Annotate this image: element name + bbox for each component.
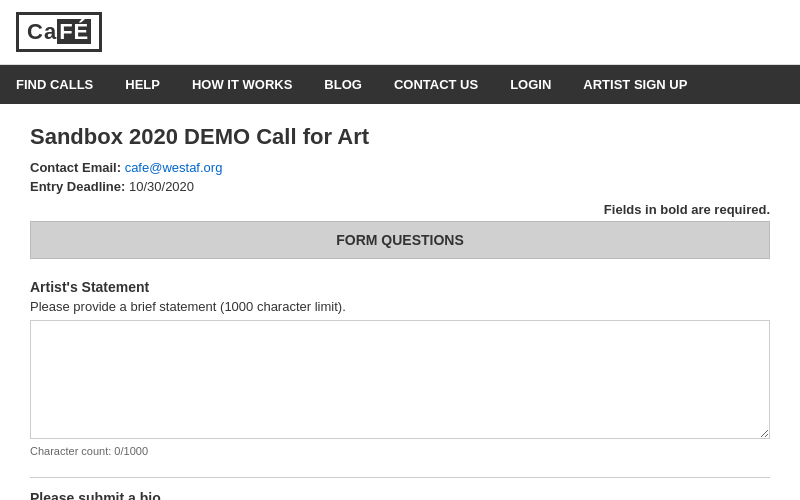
nav-blog[interactable]: BLOG	[308, 65, 378, 104]
nav-how-it-works[interactable]: HOW IT WORKS	[176, 65, 308, 104]
deadline-line: Entry Deadline: 10/30/2020	[30, 179, 770, 194]
char-count: Character count: 0/1000	[30, 445, 770, 457]
bio-section: Please submit a bio.	[30, 477, 770, 500]
nav-login[interactable]: LOGIN	[494, 65, 567, 104]
artist-statement-textarea[interactable]	[30, 320, 770, 439]
nav-help[interactable]: HELP	[109, 65, 176, 104]
main-nav: FIND CALLS HELP HOW IT WORKS BLOG CONTAC…	[0, 65, 800, 104]
nav-artist-sign-up[interactable]: ARTIST SIGN UP	[567, 65, 703, 104]
artist-statement-section: Artist's Statement Please provide a brie…	[30, 279, 770, 457]
nav-contact-us[interactable]: CONTACT US	[378, 65, 494, 104]
contact-email-label: Contact Email:	[30, 160, 121, 175]
header: CaFÉ	[0, 0, 800, 65]
main-content: Sandbox 2020 DEMO Call for Art Contact E…	[0, 104, 800, 500]
artist-statement-hint: Please provide a brief statement (1000 c…	[30, 299, 770, 314]
artist-statement-label: Artist's Statement	[30, 279, 770, 295]
form-questions-header: FORM QUESTIONS	[30, 221, 770, 259]
required-note: Fields in bold are required.	[30, 202, 770, 217]
page-title: Sandbox 2020 DEMO Call for Art	[30, 124, 770, 150]
logo: CaFÉ	[16, 12, 102, 52]
deadline-label: Entry Deadline:	[30, 179, 125, 194]
deadline-value: 10/30/2020	[129, 179, 194, 194]
contact-email-line: Contact Email: cafe@westaf.org	[30, 160, 770, 175]
contact-email-link[interactable]: cafe@westaf.org	[125, 160, 223, 175]
logo-text: CaFÉ	[27, 19, 91, 45]
bio-label: Please submit a bio.	[30, 490, 770, 500]
nav-find-calls[interactable]: FIND CALLS	[0, 65, 109, 104]
